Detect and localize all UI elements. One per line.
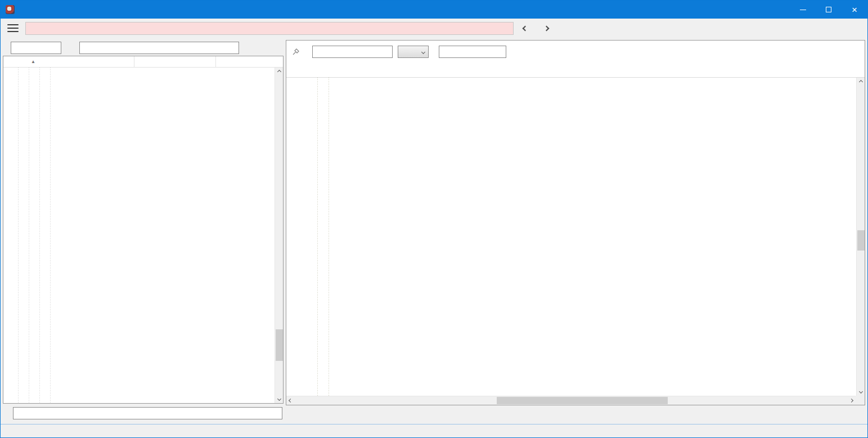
scroll-right-icon[interactable]: [847, 396, 856, 405]
app-icon: [6, 5, 15, 14]
chevron-left-icon: [522, 25, 528, 31]
filter-operator-select[interactable]: [398, 46, 429, 58]
compare-table-header: [286, 63, 865, 78]
scrollbar-corner: [856, 396, 865, 405]
scroll-up-icon[interactable]: [275, 68, 284, 76]
bottom-tabs: [286, 407, 865, 422]
filter-bar: [286, 41, 865, 63]
status-bar: [1, 424, 867, 438]
breadcrumb[interactable]: [25, 22, 514, 35]
tree-viewport: [3, 68, 275, 403]
filter-by-name-input[interactable]: [312, 46, 393, 58]
title-bar: ×: [1, 1, 867, 19]
minimize-icon: [800, 10, 806, 10]
tree-header[interactable]: ▲: [3, 56, 283, 68]
chevron-right-icon: [543, 25, 549, 31]
back-button[interactable]: [518, 22, 532, 34]
view-panel: [286, 40, 865, 405]
compare-table-viewport: [286, 78, 856, 396]
scroll-up-icon[interactable]: [857, 78, 865, 86]
left-panel: ▲: [3, 40, 284, 422]
tree-column-editorid[interactable]: [134, 56, 215, 67]
tree-vertical-scrollbar[interactable]: [275, 68, 283, 403]
menu-button[interactable]: [7, 24, 19, 32]
table-scroll-thumb[interactable]: [857, 230, 865, 251]
maximize-button[interactable]: [816, 1, 842, 19]
sort-asc-icon: ▲: [31, 59, 35, 64]
toolbar: [1, 19, 867, 38]
filter-by-value-input[interactable]: [439, 46, 506, 58]
close-button[interactable]: ×: [842, 1, 867, 19]
chevron-down-icon: [421, 50, 425, 53]
forward-button[interactable]: [539, 22, 553, 34]
right-panel: [286, 40, 865, 422]
record-tree: ▲: [3, 56, 284, 404]
close-icon: ×: [852, 5, 857, 15]
table-hscroll-thumb[interactable]: [497, 397, 668, 404]
maximize-icon: [826, 7, 831, 12]
minimize-button[interactable]: [790, 1, 816, 19]
scroll-down-icon[interactable]: [857, 387, 865, 396]
scroll-left-icon[interactable]: [286, 396, 295, 405]
filter-by-filename-input[interactable]: [13, 407, 282, 419]
tree-column-formid[interactable]: ▲: [3, 56, 134, 67]
pin-icon[interactable]: [292, 48, 300, 56]
main-area: ▲: [1, 38, 867, 424]
table-vertical-scrollbar[interactable]: [856, 78, 865, 396]
table-horizontal-scrollbar[interactable]: [286, 396, 856, 405]
formid-input[interactable]: [11, 42, 61, 54]
tree-scroll-thumb[interactable]: [276, 329, 283, 361]
tree-column-name[interactable]: [215, 56, 283, 67]
scroll-down-icon[interactable]: [275, 395, 284, 403]
fo4edit-window: { "window": { "title": "FO4Edit 4.1.5f" …: [0, 0, 868, 438]
editorid-input[interactable]: [79, 42, 239, 54]
